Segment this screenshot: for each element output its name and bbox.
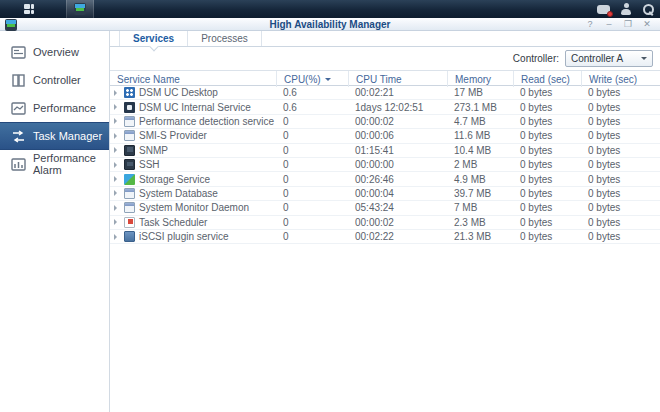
cpu-time-value: 00:00:06	[348, 130, 447, 141]
read-value: 0 bytes	[513, 102, 581, 113]
sort-desc-icon	[325, 78, 331, 84]
column-header-memory[interactable]: Memory	[447, 71, 513, 87]
window-titlebar: High Availability Manager ? – ❐ ✕	[0, 18, 660, 31]
cpu-value: 0.6	[276, 102, 348, 113]
cpu-time-value: 00:02:21	[348, 87, 447, 98]
tab-services[interactable]: Services	[119, 31, 188, 46]
window-title: High Availability Manager	[0, 19, 660, 30]
main-content: Services Processes Controller: Controlle…	[110, 31, 660, 412]
maximize-button[interactable]: ❐	[623, 19, 633, 30]
main-menu-button[interactable]	[10, 0, 48, 18]
taskbar-app-high-availability-manager[interactable]	[66, 0, 94, 18]
cpu-value: 0	[276, 130, 348, 141]
sidebar-item-task-manager[interactable]: Task Manager	[0, 122, 109, 150]
sidebar-item-controller[interactable]: Controller	[0, 66, 109, 94]
dsm-desktop-icon	[124, 87, 135, 98]
write-value: 0 bytes	[581, 87, 660, 98]
column-header-cpu-time[interactable]: CPU Time	[348, 71, 447, 87]
scheduler-icon	[124, 217, 135, 228]
sidebar-item-performance[interactable]: Performance	[0, 94, 109, 122]
expand-arrow-icon[interactable]	[114, 190, 120, 196]
controller-label: Controller:	[513, 53, 559, 64]
cpu-time-value: 01:15:41	[348, 145, 447, 156]
sidebar-item-label: Performance Alarm	[33, 152, 109, 176]
table-row[interactable]: SMI-S Provider 0 00:00:06 11.6 MB 0 byte…	[110, 129, 660, 143]
table-row[interactable]: iSCSI plugin service 0 00:02:22 21.3 MB …	[110, 230, 660, 244]
notification-badge	[607, 11, 613, 17]
user-icon[interactable]	[620, 3, 632, 15]
read-value: 0 bytes	[513, 159, 581, 170]
read-value: 0 bytes	[513, 188, 581, 199]
search-icon[interactable]	[642, 3, 654, 15]
service-name: System Database	[139, 188, 218, 199]
read-value: 0 bytes	[513, 202, 581, 213]
controller-select[interactable]: Controller A	[565, 50, 653, 67]
table-row[interactable]: SNMP 0 01:15:41 10.4 MB 0 bytes 0 bytes	[110, 144, 660, 158]
minimize-button[interactable]: –	[604, 19, 614, 30]
storage-icon	[124, 174, 135, 185]
help-button[interactable]: ?	[585, 19, 595, 30]
column-header-cpu[interactable]: CPU(%)	[276, 71, 348, 87]
service-name: DSM UC Desktop	[139, 87, 218, 98]
write-value: 0 bytes	[581, 231, 660, 242]
write-value: 0 bytes	[581, 202, 660, 213]
column-header-read[interactable]: Read (sec)	[513, 71, 581, 87]
sidebar-item-performance-alarm[interactable]: Performance Alarm	[0, 150, 109, 178]
tab-processes[interactable]: Processes	[188, 31, 262, 46]
controller-select-value: Controller A	[571, 53, 623, 64]
window-icon	[124, 116, 135, 127]
high-availability-app-icon	[74, 3, 86, 15]
expand-arrow-icon[interactable]	[114, 133, 120, 139]
table-row[interactable]: Performance detection service 0 00:00:02…	[110, 115, 660, 129]
table-row[interactable]: DSM UC Internal Service 0.6 1days 12:02:…	[110, 100, 660, 114]
column-header-service-name[interactable]: Service Name	[110, 71, 276, 87]
table-row[interactable]: DSM UC Desktop 0.6 00:02:21 17 MB 0 byte…	[110, 86, 660, 100]
write-value: 0 bytes	[581, 159, 660, 170]
expand-arrow-icon[interactable]	[114, 147, 120, 153]
memory-value: 4.7 MB	[447, 116, 513, 127]
main-menu-icon	[24, 4, 35, 15]
cpu-value: 0	[276, 145, 348, 156]
expand-arrow-icon[interactable]	[114, 234, 120, 240]
memory-value: 17 MB	[447, 87, 513, 98]
chevron-down-icon	[641, 57, 647, 63]
table-row[interactable]: System Database 0 00:00:04 39.7 MB 0 byt…	[110, 187, 660, 201]
expand-arrow-icon[interactable]	[114, 118, 120, 124]
write-value: 0 bytes	[581, 102, 660, 113]
task-manager-icon	[11, 130, 26, 143]
expand-arrow-icon[interactable]	[114, 219, 120, 225]
service-name: SSH	[139, 159, 160, 170]
performance-alarm-icon	[11, 158, 26, 171]
cpu-value: 0	[276, 174, 348, 185]
overview-icon	[11, 46, 26, 59]
column-header-write[interactable]: Write (sec)	[581, 71, 660, 87]
read-value: 0 bytes	[513, 130, 581, 141]
expand-arrow-icon[interactable]	[114, 162, 120, 168]
cpu-value: 0	[276, 202, 348, 213]
table-row[interactable]: System Monitor Daemon 0 05:43:24 7 MB 0 …	[110, 201, 660, 215]
expand-arrow-icon[interactable]	[114, 205, 120, 211]
service-name: SMI-S Provider	[139, 130, 207, 141]
table-row[interactable]: Task Scheduler 0 00:00:02 2.3 MB 0 bytes…	[110, 216, 660, 230]
read-value: 0 bytes	[513, 116, 581, 127]
cpu-time-value: 00:00:02	[348, 116, 447, 127]
taskbar	[0, 0, 660, 18]
expand-arrow-icon[interactable]	[114, 104, 120, 110]
sidebar-item-label: Controller	[33, 74, 81, 86]
iscsi-icon	[124, 231, 135, 242]
write-value: 0 bytes	[581, 188, 660, 199]
memory-value: 273.1 MB	[447, 102, 513, 113]
write-value: 0 bytes	[581, 145, 660, 156]
read-value: 0 bytes	[513, 217, 581, 228]
sidebar-item-overview[interactable]: Overview	[0, 38, 109, 66]
expand-arrow-icon[interactable]	[114, 90, 120, 96]
write-value: 0 bytes	[581, 130, 660, 141]
table-row[interactable]: Storage Service 0 00:26:46 4.9 MB 0 byte…	[110, 172, 660, 186]
notifications-icon[interactable]	[597, 5, 610, 14]
table-row[interactable]: SSH 0 00:00:00 2 MB 0 bytes 0 bytes	[110, 158, 660, 172]
close-button[interactable]: ✕	[642, 19, 652, 30]
service-name: Storage Service	[139, 174, 210, 185]
sidebar-item-label: Performance	[33, 102, 96, 114]
cpu-value: 0	[276, 188, 348, 199]
expand-arrow-icon[interactable]	[114, 176, 120, 182]
